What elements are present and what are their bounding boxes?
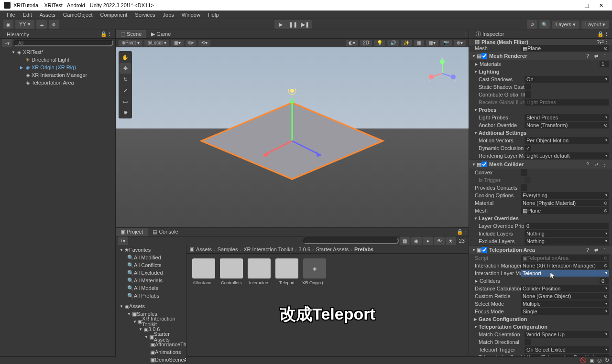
- preset-icon[interactable]: ⇄: [593, 247, 600, 253]
- orientation-gizmo[interactable]: y z x: [426, 57, 459, 90]
- fav-item[interactable]: 🔍 All Conflicts: [116, 261, 186, 269]
- project-star[interactable]: ★: [446, 236, 456, 245]
- fav-item[interactable]: 🔍 All Materials: [116, 277, 186, 284]
- breadcrumb-item[interactable]: 3.0.6: [299, 246, 310, 252]
- favorites-folder[interactable]: ▼★ Favorites: [116, 246, 186, 254]
- snap-button[interactable]: ⧉▾: [186, 40, 197, 46]
- camera-button[interactable]: 📷: [440, 40, 452, 46]
- create-button[interactable]: +▾: [2, 39, 12, 47]
- help-icon[interactable]: ?: [584, 247, 591, 253]
- play-button[interactable]: ▶: [274, 20, 287, 29]
- menu-services[interactable]: Services: [131, 12, 159, 18]
- teleport-provider-field[interactable]: None (Teleportation Provider): [525, 354, 609, 356]
- scene-root[interactable]: ▼◈ XRITest*: [0, 48, 115, 56]
- help-icon[interactable]: ?: [584, 162, 591, 167]
- collider-material-field[interactable]: None (Physic Material): [521, 200, 609, 206]
- anchor-field[interactable]: None (Transform): [525, 122, 609, 128]
- console-tab[interactable]: ▤ Console: [148, 228, 183, 236]
- preset-icon[interactable]: ⇄: [593, 162, 600, 167]
- 2d-toggle[interactable]: 2D: [360, 40, 372, 46]
- mesh-renderer-header[interactable]: ▼▦ Mesh Renderer ? ⇄ ⋮: [469, 52, 612, 60]
- focus-mode-dropdown[interactable]: Single: [521, 308, 609, 315]
- menu-gameobject[interactable]: GameObject: [59, 12, 97, 18]
- cast-shadows-dropdown[interactable]: On: [525, 76, 609, 83]
- hierarchy-item[interactable]: ▶◈ XR Origin (XR Rig): [0, 64, 115, 71]
- hierarchy-item[interactable]: ☀ Directional Light: [0, 56, 115, 64]
- mesh-renderer-enabled[interactable]: [481, 53, 487, 59]
- reticle-field[interactable]: None (Game Object): [521, 293, 609, 300]
- status-icon[interactable]: ▣: [590, 357, 594, 364]
- hierarchy-menu-icon[interactable]: ⋮: [107, 31, 112, 37]
- status-icon[interactable]: ↻: [605, 357, 609, 364]
- folder-asset[interactable]: Interactors: [247, 258, 272, 285]
- rotate-tool[interactable]: ↻: [120, 74, 131, 85]
- increment-button[interactable]: ⟲▾: [198, 40, 210, 46]
- project-lock-icon[interactable]: 🔒: [457, 229, 463, 235]
- menu-icon[interactable]: ⋮: [601, 162, 608, 167]
- view-tool[interactable]: ✋: [120, 52, 131, 63]
- hierarchy-item[interactable]: ◈ Teleportation Area: [0, 79, 115, 86]
- hierarchy-item[interactable]: ◈ XR Interaction Manager: [0, 71, 115, 79]
- preset-icon[interactable]: ⇄: [600, 39, 604, 45]
- scene-tab[interactable]: ⬚ Scene: [116, 30, 146, 38]
- project-search[interactable]: [303, 237, 399, 244]
- fav-item[interactable]: 🔍 All Models: [116, 284, 186, 292]
- teleport-area-enabled[interactable]: [481, 247, 487, 253]
- preset-icon[interactable]: ⇄: [593, 54, 600, 59]
- menu-component[interactable]: Component: [96, 12, 131, 18]
- exclude-layers-dropdown[interactable]: Nothing: [525, 238, 609, 245]
- include-layers-dropdown[interactable]: Nothing: [525, 230, 609, 237]
- mesh-field[interactable]: ▦ Plane: [521, 45, 609, 52]
- interaction-layer-mask-dropdown[interactable]: Teleport: [521, 270, 609, 277]
- folder-asset[interactable]: Affordanc...: [191, 258, 216, 285]
- fav-item[interactable]: 🔍 All Modified: [116, 254, 186, 261]
- breadcrumb-item[interactable]: Samples: [218, 246, 238, 252]
- inspector-menu-icon[interactable]: ⋮: [604, 31, 609, 37]
- contribute-gi-checkbox[interactable]: [525, 91, 531, 98]
- assets-folder[interactable]: ▼▣ Assets: [116, 302, 186, 310]
- layers-dropdown[interactable]: Layers ▾: [552, 21, 579, 29]
- breadcrumb-item[interactable]: XR Interaction Toolkit: [243, 246, 293, 252]
- gizmos-dropdown[interactable]: ⊕▾: [454, 40, 466, 46]
- menu-icon[interactable]: ⋮: [601, 247, 608, 253]
- menu-window[interactable]: Window: [178, 12, 204, 18]
- local-toggle[interactable]: ⊕Local ▾: [144, 40, 169, 46]
- mesh-collider-header[interactable]: ▼▦ Mesh Collider ? ⇄ ⋮: [469, 160, 612, 169]
- project-tab[interactable]: ▣ Project: [116, 228, 148, 236]
- account-dropdown[interactable]: YY ▾: [15, 20, 34, 29]
- breadcrumb-item[interactable]: Assets: [196, 246, 212, 252]
- project-menu-icon[interactable]: ⋮: [463, 229, 469, 235]
- menu-icon[interactable]: ⋮: [601, 54, 608, 59]
- dynamic-occlusion-checkbox[interactable]: ✓: [525, 145, 531, 151]
- teleport-trigger-dropdown[interactable]: On Select Exited: [525, 346, 609, 353]
- gizmo-toggle2[interactable]: ▦▾: [426, 40, 438, 46]
- static-shadow-checkbox[interactable]: [525, 84, 531, 90]
- layout-dropdown[interactable]: Layout ▾: [581, 21, 609, 29]
- match-directional-checkbox[interactable]: [525, 339, 531, 345]
- scene-view[interactable]: ✋ ✥ ↻ ⤢ ▭ ⊕ y z x: [116, 47, 469, 227]
- folder-item[interactable]: ▼▣ XR Interaction Toolkit: [116, 318, 186, 325]
- breadcrumb-item[interactable]: Prefabs: [354, 246, 373, 252]
- account-button[interactable]: ◉: [3, 20, 13, 29]
- select-mode-dropdown[interactable]: Multiple: [521, 300, 609, 307]
- audio-toggle[interactable]: 🔊: [387, 40, 399, 46]
- folder-item[interactable]: ▼▣ Starter Assets: [116, 333, 186, 341]
- project-hidden[interactable]: 👁: [434, 236, 445, 245]
- cloud-button[interactable]: ☁: [36, 20, 47, 29]
- game-tab[interactable]: ▶ Game: [146, 30, 175, 38]
- menu-icon[interactable]: ⋮: [604, 39, 609, 45]
- maximize-button[interactable]: ▢: [579, 2, 594, 9]
- grid-button[interactable]: ▦▾: [171, 40, 184, 46]
- project-filter3[interactable]: ●: [423, 236, 433, 245]
- layer-priority-input[interactable]: 0: [525, 223, 609, 229]
- mesh-collider-enabled[interactable]: [481, 161, 487, 167]
- status-icon[interactable]: 🚫: [580, 357, 587, 364]
- convex-checkbox[interactable]: [521, 169, 527, 176]
- distance-calc-dropdown[interactable]: Collider Position: [521, 285, 609, 292]
- tab-menu-icon[interactable]: ⋮: [463, 31, 469, 37]
- contacts-checkbox[interactable]: [521, 184, 527, 191]
- menu-edit[interactable]: Edit: [19, 12, 36, 18]
- settings-button[interactable]: ⚙: [49, 20, 59, 29]
- project-filter1[interactable]: ▦: [400, 236, 410, 245]
- light-probes-dropdown[interactable]: Blend Probes: [525, 114, 609, 121]
